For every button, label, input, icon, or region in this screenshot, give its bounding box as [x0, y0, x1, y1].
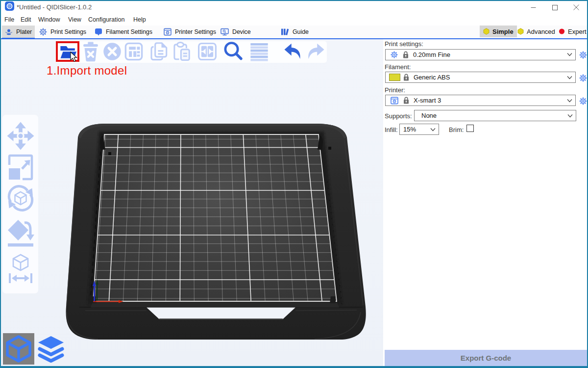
- printer-value: X-smart 3: [414, 97, 441, 104]
- chevron-down-icon: [430, 128, 436, 131]
- filament-value: Generic ABS: [414, 74, 450, 81]
- main-area: 1.Import model: [1, 39, 587, 366]
- tab-bar: Plater Print Settings Filament Settings: [1, 26, 587, 39]
- infill-label: Infill:: [385, 126, 398, 133]
- variable-layer-height-icon[interactable]: [251, 43, 268, 60]
- printer-icon: [164, 28, 172, 36]
- arrange-icon[interactable]: [125, 43, 142, 60]
- printer-icon: [391, 97, 398, 105]
- mode-simple[interactable]: Simple: [480, 26, 517, 37]
- guide-icon: [281, 28, 289, 36]
- tab-plater[interactable]: Plater: [2, 26, 35, 38]
- search-icon[interactable]: [225, 43, 242, 60]
- move-gizmo-icon[interactable]: [7, 122, 34, 150]
- tab-label: Guide: [293, 28, 309, 35]
- split-objects-icon[interactable]: [199, 43, 216, 60]
- infill-combo[interactable]: 15%: [399, 124, 439, 135]
- app-logo-icon: [5, 1, 14, 11]
- delete-all-icon[interactable]: [104, 43, 121, 60]
- expert-mode-icon: [559, 28, 565, 35]
- print-settings-combo[interactable]: 0.20mm Fine: [385, 49, 576, 60]
- mode-label: Expert: [568, 28, 587, 35]
- copy-icon[interactable]: [151, 43, 168, 60]
- printer-combo[interactable]: X-smart 3: [385, 95, 576, 106]
- gear-icon: [39, 28, 47, 36]
- redo-icon[interactable]: [307, 43, 324, 60]
- print-bed-scene: [1, 39, 383, 366]
- supports-value: None: [421, 112, 437, 119]
- print-settings-label: Print settings:: [385, 40, 423, 48]
- tab-print-settings[interactable]: Print Settings: [36, 26, 89, 38]
- export-gcode-button[interactable]: Export G-code: [385, 350, 587, 366]
- chevron-down-icon: [567, 114, 573, 118]
- minimize-button[interactable]: [522, 1, 544, 14]
- menu-window[interactable]: Window: [38, 16, 60, 23]
- mouse-cursor: [70, 52, 78, 63]
- layers-preview-icon: [37, 335, 65, 363]
- menu-configuration[interactable]: Configuration: [88, 16, 124, 23]
- brim-label: Brim:: [449, 126, 464, 133]
- supports-combo[interactable]: None: [414, 110, 576, 121]
- printer-gear-button[interactable]: [579, 97, 587, 105]
- filament-color-swatch: [389, 74, 400, 81]
- menu-bar: File Edit Window View Configuration Help: [1, 14, 587, 26]
- window-title: *Untitled - QIDISlicer-1.0.2: [17, 3, 92, 11]
- close-button[interactable]: [565, 1, 587, 14]
- chevron-down-icon: [567, 99, 572, 103]
- lock-icon: [403, 74, 409, 81]
- supports-label: Supports:: [385, 112, 412, 120]
- tab-label: Device: [232, 28, 251, 35]
- filament-gear-button[interactable]: [579, 74, 587, 82]
- import-annotation: 1.Import model: [47, 64, 127, 78]
- paste-icon[interactable]: [173, 43, 190, 60]
- tab-label: Print Settings: [50, 28, 86, 35]
- print-settings-gear-button[interactable]: [579, 51, 587, 59]
- menu-help[interactable]: Help: [133, 16, 146, 23]
- chevron-down-icon: [567, 76, 572, 79]
- mode-advanced[interactable]: Advanced: [514, 26, 559, 37]
- tab-guide[interactable]: Guide: [278, 26, 312, 38]
- tab-device[interactable]: Device: [218, 26, 254, 38]
- tab-label: Printer Settings: [175, 28, 216, 35]
- print-settings-value: 0.20mm Fine: [413, 51, 450, 58]
- app-window: *Untitled - QIDISlicer-1.0.2 File Edit W…: [0, 0, 588, 368]
- device-icon: [220, 28, 229, 36]
- menu-view[interactable]: View: [68, 16, 81, 23]
- bed-handle-notch: [147, 308, 295, 319]
- brim-checkbox[interactable]: [466, 125, 474, 132]
- plater-icon: [5, 28, 13, 36]
- measure-gizmo-icon[interactable]: [7, 254, 34, 283]
- infill-value: 15%: [403, 126, 416, 133]
- filament-icon: [95, 28, 102, 36]
- top-toolbar: [55, 41, 327, 63]
- maximize-button[interactable]: [544, 1, 565, 14]
- advanced-mode-icon: [517, 28, 524, 35]
- mode-expert[interactable]: Expert: [555, 26, 588, 37]
- scale-gizmo-icon[interactable]: [7, 153, 34, 182]
- lock-icon: [403, 51, 409, 58]
- tab-label: Filament Settings: [106, 28, 152, 35]
- tab-filament-settings[interactable]: Filament Settings: [92, 26, 155, 38]
- simple-mode-icon: [483, 28, 490, 35]
- lock-icon: [403, 97, 409, 104]
- filament-label: Filament:: [385, 63, 411, 71]
- undo-icon[interactable]: [285, 43, 301, 60]
- editor-view-button[interactable]: [3, 333, 34, 365]
- mode-label: Simple: [492, 28, 514, 35]
- gizmo-toolbar: [2, 115, 38, 293]
- place-on-face-gizmo-icon[interactable]: [7, 219, 34, 249]
- menu-edit[interactable]: Edit: [21, 16, 31, 23]
- rotate-gizmo-icon[interactable]: [7, 184, 34, 212]
- filament-combo[interactable]: Generic ABS: [385, 72, 576, 83]
- title-bar: *Untitled - QIDISlicer-1.0.2: [1, 1, 587, 14]
- tab-label: Plater: [16, 28, 32, 35]
- delete-icon[interactable]: [82, 43, 99, 60]
- chevron-down-icon: [567, 53, 572, 56]
- mode-label: Advanced: [527, 28, 555, 35]
- viewport-3d[interactable]: 1.Import model: [1, 39, 383, 366]
- menu-file[interactable]: File: [4, 16, 14, 23]
- cube-3d-icon: [5, 335, 32, 363]
- preview-button[interactable]: [36, 334, 66, 364]
- tab-printer-settings[interactable]: Printer Settings: [161, 26, 219, 38]
- printer-label: Printer:: [385, 86, 405, 94]
